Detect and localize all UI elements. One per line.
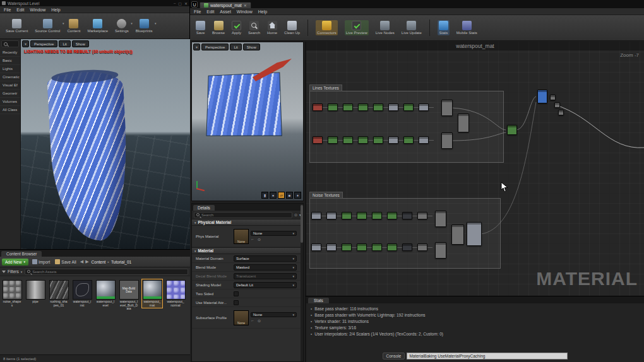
graph-node[interactable] (403, 136, 414, 144)
graph-node[interactable] (328, 136, 338, 144)
breadcrumb-content[interactable]: Content (92, 260, 106, 264)
graph-node[interactable] (311, 212, 321, 219)
graph-node[interactable] (417, 243, 427, 251)
blend-mode-dropdown[interactable]: Masked▾ (234, 264, 297, 271)
close-icon[interactable]: ✕ (184, 1, 188, 6)
graph-node[interactable] (435, 242, 446, 259)
asset-rushing-shapes-01[interactable]: rushing_shapes_01 (48, 279, 69, 308)
menu-edit[interactable]: Edit (16, 8, 24, 12)
browse-button[interactable]: Browse (212, 21, 225, 35)
details-tab[interactable]: Details (193, 205, 215, 211)
save-all-button[interactable]: Save All (54, 258, 78, 266)
material-preview-viewport[interactable]: ▾PerspectiveLitShow ▮ ● ▱ ■ ♦ (191, 42, 304, 201)
plane-shape-button[interactable]: ▱ (278, 192, 285, 199)
graph-node[interactable] (358, 136, 368, 144)
graph-node[interactable] (417, 212, 427, 219)
modes-search-input[interactable] (1, 40, 19, 47)
save-current-button[interactable]: Save Current (6, 19, 28, 33)
graph-node[interactable] (388, 103, 398, 111)
graph-node[interactable] (419, 103, 429, 111)
mode-cinematic[interactable]: Cinematic (0, 73, 20, 81)
blueprints-button[interactable]: Blueprints▾ (136, 19, 153, 33)
menu-file[interactable]: File (4, 8, 11, 12)
content-browser-tab[interactable]: Content Browser (1, 251, 42, 257)
asset-noise-shapes[interactable]: noise_shapes (1, 279, 23, 308)
mode-basic[interactable]: Basic (0, 57, 20, 65)
graph-node[interactable] (507, 125, 517, 135)
maximize-icon[interactable]: ▢ (178, 1, 182, 6)
graph-node[interactable] (357, 212, 367, 219)
connectors-button[interactable]: Connectors (316, 20, 338, 35)
material-editor-tab[interactable]: waterspout_mat ✕ (200, 2, 251, 8)
asset-waterspout-normal[interactable]: waterspout_normal (165, 279, 186, 308)
lit-button[interactable]: Lit (230, 44, 241, 50)
sphere-shape-button[interactable]: ● (270, 192, 277, 199)
graph-node[interactable] (342, 212, 352, 219)
graph-node[interactable] (558, 110, 564, 115)
graph-node[interactable] (441, 132, 453, 149)
graph-node[interactable] (343, 136, 353, 144)
graph-node[interactable] (343, 103, 353, 111)
decal-blend-mode-dropdown[interactable]: Translucent▾ (234, 273, 297, 279)
graph-node[interactable] (441, 100, 453, 116)
graph-node[interactable] (313, 136, 323, 144)
graph-node[interactable] (387, 243, 397, 251)
graph-node[interactable] (342, 243, 352, 251)
phys-material-dropdown[interactable]: None▾ (251, 231, 297, 236)
eye-icon[interactable]: ⊙ (294, 213, 297, 217)
live-preview-button[interactable]: Live Preview (345, 20, 369, 35)
subsurface-profile-dropdown[interactable]: None▾ (251, 312, 297, 317)
menu-window[interactable]: Window (30, 8, 45, 12)
apply-button[interactable]: Apply (232, 21, 241, 35)
asset-search[interactable] (25, 269, 188, 275)
graph-node[interactable] (387, 212, 397, 219)
material-domain-dropdown[interactable]: Surface▾ (234, 255, 297, 262)
mobile-stats-button[interactable]: Mobile Stats (456, 21, 477, 35)
asset-search-input[interactable] (32, 270, 186, 274)
settings-button[interactable]: Settings▾ (115, 19, 129, 33)
menu-file[interactable]: File (194, 9, 201, 14)
section-material[interactable]: ▾Material (192, 247, 303, 254)
graph-node[interactable] (419, 136, 429, 144)
graph-node[interactable] (311, 243, 321, 251)
console-input[interactable]: MaterialBaking UseMaterialProxyCaching (407, 353, 568, 359)
menu-edit[interactable]: Edit (206, 9, 214, 14)
clean-up-button[interactable]: Clean Up (284, 21, 300, 35)
perspective-button[interactable]: Perspective (30, 40, 57, 47)
minimize-icon[interactable]: – (174, 1, 176, 6)
scrollbar-thumb[interactable] (301, 205, 303, 243)
graph-node[interactable] (373, 136, 383, 144)
graph-node[interactable] (458, 114, 469, 132)
perspective-button[interactable]: Perspective (201, 44, 229, 50)
show-button[interactable]: Show (72, 40, 89, 47)
graph-node[interactable] (328, 103, 338, 111)
graph-node[interactable] (467, 222, 482, 246)
mode-all-class[interactable]: All Class (0, 106, 20, 114)
use-material-attr-checkbox[interactable] (234, 300, 239, 305)
comment-box-lines-textures[interactable]: Lines Textures (309, 91, 504, 163)
use-selected-icon[interactable]: ← (251, 318, 254, 323)
use-selected-icon[interactable]: ← (251, 237, 254, 242)
add-new-button[interactable]: Add New▾ (2, 259, 28, 266)
tab-close-icon[interactable]: ✕ (244, 3, 247, 8)
cube-shape-button[interactable]: ■ (286, 192, 293, 199)
search-button[interactable]: Search (248, 21, 260, 35)
two-sided-checkbox[interactable] (234, 291, 239, 296)
asset-pipe[interactable]: pipe (25, 279, 46, 305)
mode-volumes[interactable]: Volumes (0, 98, 20, 106)
source-control-button[interactable]: Source Control▾ (35, 19, 60, 33)
breadcrumb-folder[interactable]: Tutorial_01 (111, 260, 131, 264)
forward-arrow-icon[interactable]: ▶ (85, 259, 88, 264)
home-button[interactable]: Home (267, 21, 277, 35)
marketplace-button[interactable]: Marketplace (87, 19, 108, 33)
menu-asset[interactable]: Asset (220, 9, 231, 14)
graph-node[interactable] (372, 243, 382, 251)
shading-model-dropdown[interactable]: Default Lit▾ (234, 282, 297, 288)
graph-node[interactable] (554, 102, 560, 108)
graph-node[interactable] (402, 243, 412, 251)
save-button[interactable]: Save (196, 21, 205, 35)
lit-button[interactable]: Lit (59, 40, 70, 47)
live-update-button[interactable]: Live Update (402, 21, 422, 35)
details-search-input[interactable] (201, 213, 290, 217)
back-arrow-icon[interactable]: ◀ (80, 259, 83, 264)
